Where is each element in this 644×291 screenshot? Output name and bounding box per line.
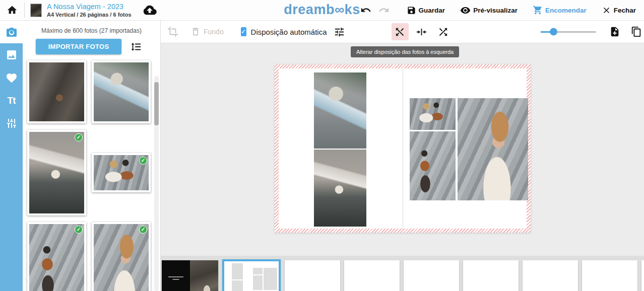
placed-photo-boat-sit[interactable] bbox=[314, 150, 366, 227]
divider bbox=[24, 3, 25, 18]
photo-thumbnail-2[interactable] bbox=[92, 60, 151, 123]
cloud-upload-icon[interactable] bbox=[143, 3, 157, 17]
sidebar-item-camera[interactable] bbox=[0, 21, 23, 43]
sidebar-item-favorites[interactable] bbox=[6, 72, 18, 84]
trash-outline-icon bbox=[190, 27, 201, 37]
cart-icon bbox=[533, 5, 543, 15]
add-page-button[interactable] bbox=[609, 26, 620, 37]
redo-icon[interactable] bbox=[378, 5, 390, 16]
photo-image bbox=[94, 62, 149, 121]
used-check-icon bbox=[75, 226, 83, 234]
photo-image bbox=[29, 224, 84, 291]
placed-photo-man-lean[interactable] bbox=[410, 131, 456, 200]
delete-background-button[interactable]: Fundo bbox=[190, 27, 224, 37]
merge-pages-button[interactable] bbox=[413, 23, 430, 40]
photo-image bbox=[94, 224, 149, 291]
shuffle-right-page-button[interactable] bbox=[435, 23, 452, 40]
filmstrip-page-blank[interactable] bbox=[523, 260, 578, 291]
photo-thumbnail-4[interactable] bbox=[92, 153, 151, 192]
canvas-area[interactable]: Alterar disposição das fotos à esquerda bbox=[161, 43, 644, 256]
placed-photo-couple[interactable] bbox=[410, 98, 456, 130]
filmstrip-page-current[interactable] bbox=[222, 259, 281, 291]
used-check-icon bbox=[139, 226, 147, 234]
import-photos-button[interactable]: IMPORTAR FOTOS bbox=[36, 39, 121, 54]
sidebar-item-images[interactable] bbox=[6, 49, 18, 61]
photo-panel-actions: IMPORTAR FOTOS bbox=[23, 34, 160, 54]
placed-photo-boat-lean[interactable] bbox=[314, 72, 366, 149]
heart-icon bbox=[6, 72, 18, 84]
canvas-toolbar: Fundo Disposição automática bbox=[161, 21, 644, 43]
close-button[interactable]: Fechar bbox=[602, 6, 636, 15]
page-spread[interactable] bbox=[275, 64, 531, 233]
project-cover-thumbnail[interactable] bbox=[30, 4, 42, 17]
app-window: A Nossa Viagem - 2023 A4 Vertical / 26 p… bbox=[0, 0, 644, 291]
crop-icon[interactable] bbox=[167, 26, 178, 37]
save-button[interactable]: Guardar bbox=[407, 6, 445, 15]
placed-photo-woman-hat[interactable] bbox=[458, 98, 528, 200]
preview-button[interactable]: Pré-visualizar bbox=[460, 5, 518, 16]
auto-layout-checkbox[interactable] bbox=[241, 27, 246, 36]
mini-photo bbox=[264, 268, 277, 290]
sort-order-icon[interactable] bbox=[131, 41, 142, 52]
undo-icon[interactable] bbox=[360, 5, 371, 16]
cover-back bbox=[162, 260, 190, 291]
photo-thumbnail-6[interactable] bbox=[92, 222, 151, 291]
shuffle-right-icon bbox=[437, 26, 449, 38]
photo-thumbnail-1[interactable] bbox=[27, 60, 86, 123]
project-title[interactable]: A Nossa Viagem - 2023 bbox=[47, 3, 132, 11]
preview-label: Pré-visualizar bbox=[473, 7, 518, 14]
photo-limit-text: Máximo de 600 fotos (27 importadas) bbox=[23, 21, 160, 34]
zoom-slider[interactable] bbox=[541, 31, 596, 33]
photo-thumbnail-5[interactable] bbox=[27, 222, 86, 291]
mini-photo bbox=[232, 280, 243, 291]
page-right[interactable] bbox=[403, 68, 527, 229]
background-label: Fundo bbox=[204, 28, 224, 36]
duplicate-page-button[interactable] bbox=[631, 26, 642, 37]
used-check-icon bbox=[75, 133, 83, 141]
photo-cell bbox=[92, 130, 151, 215]
layout-settings-icon[interactable] bbox=[334, 26, 345, 38]
image-icon bbox=[6, 49, 18, 61]
tooltip: Alterar disposição das fotos à esquerda bbox=[351, 46, 459, 57]
top-bar-left: A Nossa Viagem - 2023 A4 Vertical / 26 p… bbox=[0, 3, 157, 18]
add-page-icon bbox=[609, 26, 620, 37]
sidebar-item-text[interactable]: Tt bbox=[8, 95, 16, 106]
close-icon bbox=[602, 6, 611, 15]
filmstrip-page-blank[interactable] bbox=[344, 260, 400, 291]
photo-image bbox=[29, 62, 84, 121]
cover-front-photo bbox=[190, 260, 218, 291]
cover-text-line bbox=[173, 279, 179, 280]
mini-photo bbox=[253, 268, 263, 274]
photo-thumbnail-3[interactable] bbox=[27, 130, 86, 215]
project-meta: A Nossa Viagem - 2023 A4 Vertical / 26 p… bbox=[47, 3, 132, 18]
filmstrip-page-blank[interactable] bbox=[582, 260, 637, 291]
photo-panel: Máximo de 600 fotos (27 importadas) IMPO… bbox=[23, 21, 160, 291]
cover-text-line bbox=[168, 276, 183, 277]
filmstrip-page-blank[interactable] bbox=[463, 260, 519, 291]
mini-photo bbox=[232, 263, 243, 279]
project-subtitle: A4 Vertical / 26 páginas / 6 fotos bbox=[47, 12, 132, 18]
top-bar: A Nossa Viagem - 2023 A4 Vertical / 26 p… bbox=[0, 0, 644, 21]
filmstrip-page-blank[interactable] bbox=[641, 260, 644, 291]
camera-icon bbox=[6, 26, 18, 38]
panel-scrollbar-track[interactable] bbox=[154, 76, 159, 291]
merge-icon bbox=[416, 26, 427, 38]
shuffle-left-page-button[interactable] bbox=[392, 23, 409, 40]
home-icon[interactable] bbox=[7, 5, 18, 16]
photo-grid bbox=[23, 54, 160, 291]
page-actions bbox=[609, 26, 644, 37]
used-check-icon bbox=[139, 157, 147, 165]
spread-pages bbox=[279, 68, 527, 229]
filmstrip-page-cover[interactable] bbox=[162, 260, 218, 291]
photo-column-left bbox=[27, 60, 86, 291]
slider-knob[interactable] bbox=[550, 28, 557, 36]
page-left[interactable] bbox=[279, 68, 403, 229]
panel-scrollbar-thumb[interactable] bbox=[154, 82, 159, 125]
sidebar-item-adjustments[interactable] bbox=[6, 117, 18, 129]
filmstrip-page-blank[interactable] bbox=[404, 260, 459, 291]
sidebar-rail: Tt bbox=[0, 21, 23, 291]
photo-column-right bbox=[92, 60, 151, 291]
top-bar-actions: Guardar Pré-visualizar Encomendar Fechar bbox=[360, 5, 644, 16]
order-button[interactable]: Encomendar bbox=[533, 5, 587, 15]
filmstrip-page-blank[interactable] bbox=[285, 260, 340, 291]
